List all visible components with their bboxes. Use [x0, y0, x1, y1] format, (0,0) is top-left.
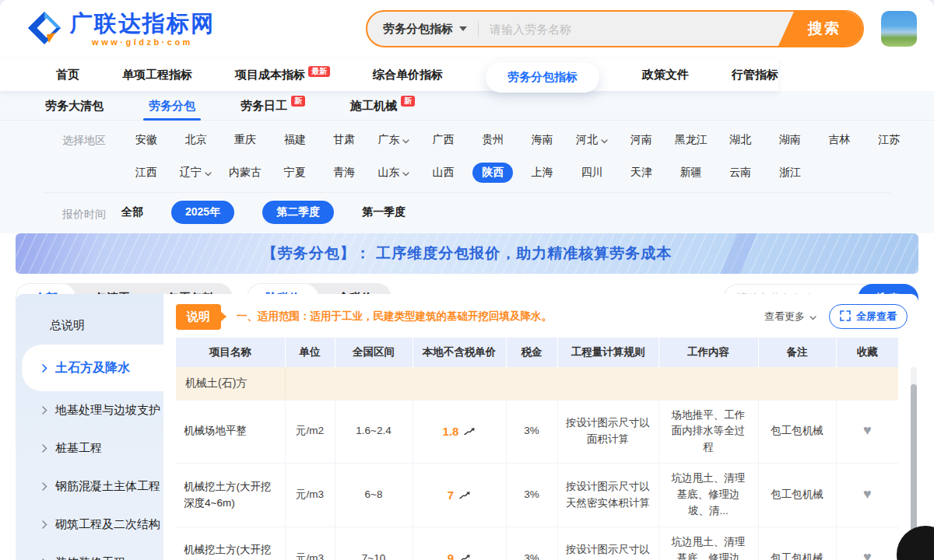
category-sidebar: 总说明土石方及降水地基处理与边坡支护桩基工程钢筋混凝土主体工程砌筑工程及二次结构…	[16, 294, 163, 560]
region-chip-湖北[interactable]: 湖北	[716, 130, 766, 150]
region-chip-辽宁[interactable]: 辽宁	[171, 163, 221, 183]
subnav-item-3[interactable]: 劳务日工新	[241, 91, 305, 121]
region-chip-湖南[interactable]: 湖南	[765, 130, 815, 150]
sidebar-item-1[interactable]: 总说明	[16, 306, 163, 345]
region-chip-黑龙江[interactable]: 黑龙江	[666, 130, 716, 150]
filter-section: 劳务大清包劳务分包劳务日工新施工机械新 选择地区 安徽北京重庆福建甘肃广东广西贵…	[0, 91, 934, 233]
region-chip-北京[interactable]: 北京	[171, 130, 221, 150]
region-chip-贵州[interactable]: 贵州	[468, 130, 518, 150]
sidebar-item-5[interactable]: 钢筋混凝土主体工程	[16, 467, 163, 506]
region-chip-广东[interactable]: 广东	[369, 130, 419, 150]
region-chip-青海[interactable]: 青海	[320, 163, 370, 183]
subnav-item-2[interactable]: 劳务分包	[149, 91, 195, 121]
region-chip-山西[interactable]: 山西	[419, 163, 469, 183]
region-chip-甘肃[interactable]: 甘肃	[320, 130, 370, 150]
nav-item-5[interactable]: 劳务分包指标	[486, 62, 599, 93]
region-chip-重庆[interactable]: 重庆	[220, 130, 270, 150]
caret-down-icon	[459, 26, 467, 31]
cell-local-price: 9	[413, 527, 506, 560]
nav-item-1[interactable]: 首页	[56, 68, 79, 82]
region-chip-云南[interactable]: 云南	[716, 163, 766, 183]
region-chip-宁夏[interactable]: 宁夏	[270, 163, 320, 183]
region-chip-江西[interactable]: 江西	[121, 163, 171, 183]
fullscreen-icon	[840, 310, 851, 324]
favorite-heart-icon[interactable]: ♥	[863, 486, 872, 502]
notice-text: 一、适用范围：适用于工业，民建类型建筑的基础开挖回填及降水。	[237, 310, 764, 324]
cell-work: 坑边甩土、清理基底、修理边坡、清...	[658, 527, 758, 560]
region-chip-江苏[interactable]: 江苏	[864, 130, 914, 150]
site-title: 广联达指标网	[70, 12, 215, 35]
new-badge: 新	[291, 96, 305, 107]
global-search-button[interactable]: 搜索	[778, 12, 862, 46]
region-chip-海南[interactable]: 海南	[518, 130, 567, 150]
sidebar-item-4[interactable]: 桩基工程	[16, 429, 163, 467]
col-header-5: 税金	[506, 338, 557, 367]
cell-tax: 3%	[506, 464, 557, 527]
cell-remark: 包工包机械	[758, 527, 836, 560]
region-filter: 选择地区 安徽北京重庆福建甘肃广东广西贵州海南河北河南黑龙江湖北湖南吉林江苏江西…	[0, 121, 934, 183]
chevron-down-icon	[205, 166, 212, 179]
region-chip-四川[interactable]: 四川	[567, 163, 617, 183]
table-wrap: 项目名称单位全国区间本地不含税单价税金工程量计算规则工作内容备注收藏机械土(石)…	[176, 338, 908, 560]
cell-rule: 按设计图示尺寸以天然密实体积计算	[557, 527, 658, 560]
nav-item-7[interactable]: 行管指标	[732, 68, 778, 82]
chevron-right-icon	[42, 482, 47, 491]
trend-up-icon	[459, 549, 471, 560]
cell-national-range: 7~10	[335, 527, 413, 560]
nav-item-6[interactable]: 政策文件	[642, 68, 689, 82]
user-avatar[interactable]	[881, 11, 917, 47]
sidebar-item-6[interactable]: 砌筑工程及二次结构	[16, 506, 163, 544]
region-chip-内蒙古[interactable]: 内蒙古	[220, 163, 270, 183]
subnav-item-4[interactable]: 施工机械新	[350, 91, 415, 121]
region-chip-吉林[interactable]: 吉林	[815, 130, 865, 150]
logo-icon	[26, 10, 62, 49]
region-chip-上海[interactable]: 上海	[518, 163, 567, 183]
col-header-1: 项目名称	[176, 338, 285, 367]
content-area: 总说明土石方及降水地基处理与边坡支护桩基工程钢筋混凝土主体工程砌筑工程及二次结构…	[16, 294, 918, 560]
cell-unit: 元/m3	[285, 527, 335, 560]
chevron-down-icon	[809, 311, 816, 323]
cell-work: 坑边甩土、清理基底、修理边坡、清...	[658, 464, 758, 527]
region-chip-福建[interactable]: 福建	[270, 130, 320, 150]
top-header: 广联达指标网 www·gldzb·com 劳务分包指标 搜索	[0, 0, 934, 58]
nav-item-2[interactable]: 单项工程指标	[122, 68, 192, 82]
region-chip-陕西[interactable]: 陕西	[472, 163, 513, 183]
global-search-input[interactable]	[479, 12, 778, 46]
search-category-dropdown[interactable]: 劳务分包指标	[367, 12, 478, 46]
col-header-9: 收藏	[836, 338, 898, 367]
cell-tax: 3%	[506, 400, 557, 464]
region-chip-安徽[interactable]: 安徽	[121, 130, 171, 150]
promo-banner: 【劳务分包】： 工序维度分包报价，助力精准核算劳务成本	[16, 233, 918, 274]
sidebar-item-2[interactable]: 土石方及降水	[22, 345, 163, 391]
chevron-right-icon	[42, 520, 47, 529]
col-header-3: 全国区间	[335, 338, 413, 367]
col-header-4: 本地不含税单价	[413, 338, 506, 367]
time-option-4[interactable]: 第一季度	[362, 205, 406, 219]
region-chip-新疆[interactable]: 新疆	[666, 163, 716, 183]
sidebar-item-7[interactable]: 装饰装修工程	[16, 544, 163, 560]
fullscreen-button[interactable]: 全屏查看	[829, 304, 908, 329]
cell-name: 机械场地平整	[176, 400, 285, 464]
main-nav: 首页单项工程指标项目成本指标最新综合单价指标劳务分包指标政策文件行管指标	[0, 58, 778, 91]
favorite-heart-icon[interactable]: ♥	[863, 422, 872, 438]
time-options: 全部2025年第二季度第一季度	[121, 201, 406, 224]
time-option-1[interactable]: 全部	[121, 205, 143, 219]
time-option-2[interactable]: 2025年	[171, 201, 234, 224]
region-chip-浙江[interactable]: 浙江	[765, 163, 815, 183]
region-chip-河北[interactable]: 河北	[567, 130, 617, 150]
nav-item-4[interactable]: 综合单价指标	[373, 68, 443, 82]
favorite-heart-icon[interactable]: ♥	[863, 549, 872, 560]
region-chip-河南[interactable]: 河南	[616, 130, 666, 150]
sidebar-item-3[interactable]: 地基处理与边坡支护	[16, 391, 163, 429]
region-chip-广西[interactable]: 广西	[419, 130, 469, 150]
time-option-3[interactable]: 第二季度	[262, 201, 334, 224]
nav-item-3[interactable]: 项目成本指标最新	[235, 68, 330, 82]
new-badge: 最新	[308, 66, 330, 77]
cell-remark: 包工包机械	[758, 464, 836, 527]
view-more-button[interactable]: 查看更多	[764, 310, 816, 324]
region-chip-天津[interactable]: 天津	[616, 163, 666, 183]
region-chip-山东[interactable]: 山东	[369, 163, 419, 183]
site-logo[interactable]: 广联达指标网 www·gldzb·com	[26, 10, 215, 49]
subnav-item-1[interactable]: 劳务大清包	[45, 91, 104, 121]
cell-rule: 按设计图示尺寸以天然密实体积计算	[557, 464, 658, 527]
